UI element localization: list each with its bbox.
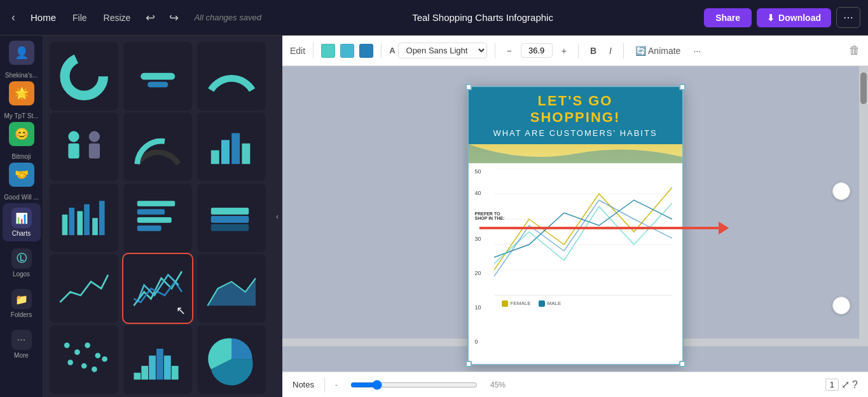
sidebar-item-goodwill[interactable]: 🤝 Good Will ... — [3, 163, 41, 201]
help-button[interactable]: ? — [852, 379, 858, 391]
back-button[interactable]: ‹ — [8, 8, 19, 27]
line-chart-svg: Item 1 Item 2 Item 3 Item 4 Item 5 — [494, 168, 672, 295]
panel-item-stacked[interactable] — [197, 184, 266, 252]
panel-item-histogram[interactable] — [123, 325, 192, 394]
charts-icon: 📊 — [11, 208, 32, 228]
panel-item-people[interactable] — [50, 112, 118, 181]
color-swatch-1[interactable] — [321, 44, 335, 58]
font-size-input[interactable]: 36.9 — [521, 43, 553, 58]
home-button[interactable]: Home — [25, 10, 61, 25]
italic-button[interactable]: I — [605, 44, 616, 58]
y-axis-labels: 50 40 PREFER TO SHOP IN THE: 30 20 10 0 — [475, 168, 513, 345]
chart-content: 50 40 PREFER TO SHOP IN THE: 30 20 10 0 — [469, 163, 682, 307]
svg-rect-12 — [69, 208, 74, 235]
svg-rect-19 — [137, 217, 172, 223]
svg-point-29 — [67, 360, 73, 366]
sidebar-label-charts: Charts — [12, 230, 31, 237]
top-bar-right: Share ⬇ Download ⋯ — [704, 7, 860, 28]
animate-button[interactable]: 🔄 Animate — [631, 44, 684, 58]
svg-point-25 — [64, 343, 70, 349]
selection-handle-tl[interactable] — [465, 84, 472, 90]
more-format-btn[interactable]: ··· — [689, 44, 705, 58]
font-size-decrease[interactable]: − — [503, 44, 516, 58]
svg-rect-8 — [221, 140, 230, 165]
rotate-button[interactable]: ↺ — [832, 182, 850, 200]
more-options-button[interactable]: ⋯ — [836, 7, 860, 28]
selection-handle-bl[interactable] — [465, 361, 472, 367]
page-number: 1 — [825, 379, 839, 391]
sidebar-item-profile1[interactable]: 👤 Shekina's... — [3, 41, 41, 79]
sidebar-item-charts[interactable]: 📊 Charts — [3, 203, 41, 241]
sidebar-item-bitmoji[interactable]: 😊 Bitmoji — [3, 122, 41, 160]
folders-icon: 📁 — [11, 289, 32, 309]
download-button[interactable]: ⬇ Download — [757, 8, 831, 27]
svg-rect-35 — [149, 356, 156, 380]
canvas-area: ↺ ↻ LET'S GO SHOPPING! WHAT ARE CUSTOMER… — [282, 66, 868, 372]
scrollbar-thumb-v[interactable] — [860, 72, 867, 104]
panel-item-donut[interactable] — [50, 42, 118, 111]
sidebar-label-profile2: My TpT St... — [4, 112, 38, 119]
panel-collapse-handle[interactable]: ‹ — [272, 36, 282, 397]
sep5 — [623, 43, 624, 58]
panel-item-multi-bar[interactable] — [50, 184, 118, 252]
font-selector[interactable]: Open Sans Light — [398, 43, 487, 58]
left-sidebar: 👤 Shekina's... 🌟 My TpT St... 😊 Bitmoji … — [0, 36, 43, 397]
bold-button[interactable]: B — [586, 44, 600, 58]
y-label-0: 0 — [475, 339, 513, 345]
sidebar-item-profile2[interactable]: 🌟 My TpT St... — [3, 81, 41, 119]
color-swatch-2[interactable] — [340, 44, 354, 58]
svg-rect-37 — [164, 356, 171, 380]
wave-section — [469, 144, 682, 163]
panel-item-arc[interactable] — [197, 42, 266, 111]
file-button[interactable]: File — [67, 10, 92, 25]
color-swatch-3[interactable] — [359, 44, 373, 58]
legend-label-female: FEMALE — [511, 300, 531, 306]
selection-handle-br[interactable] — [679, 361, 685, 367]
svg-point-32 — [102, 356, 107, 362]
svg-rect-23 — [211, 224, 249, 231]
font-size-increase[interactable]: + — [558, 44, 570, 58]
svg-rect-21 — [211, 208, 249, 215]
canvas-document: LET'S GO SHOPPING! WHAT ARE CUSTOMERS' H… — [467, 86, 684, 365]
resize-button[interactable]: Resize — [99, 10, 136, 25]
panel-item-line-selected[interactable]: ↖ — [123, 254, 192, 323]
svg-rect-1 — [141, 73, 175, 80]
selection-handle-tr[interactable] — [679, 84, 685, 90]
doc-title1: LET'S GO — [538, 93, 613, 109]
arrow-indicator — [479, 227, 721, 229]
sidebar-label-logos: Logos — [13, 271, 30, 278]
sidebar-item-more[interactable]: ··· More — [3, 325, 41, 363]
avatar-profile2: 🌟 — [9, 81, 34, 105]
svg-rect-4 — [68, 144, 79, 159]
redo-button[interactable]: ↪ — [165, 8, 183, 27]
sidebar-label-goodwill: Good Will ... — [4, 194, 38, 201]
panel-item-bar[interactable] — [197, 112, 266, 181]
svg-point-31 — [92, 367, 97, 372]
panel-item-line1[interactable] — [50, 254, 118, 323]
panel-item-dot-grid[interactable] — [50, 325, 118, 394]
panel-item-area[interactable] — [197, 254, 266, 323]
sidebar-item-folders[interactable]: 📁 Folders — [3, 285, 41, 323]
sep2 — [381, 43, 382, 58]
fullscreen-button[interactable]: ⤢ — [841, 379, 850, 391]
sync-button[interactable]: ↻ — [832, 297, 850, 314]
undo-button[interactable]: ↩ — [142, 8, 159, 27]
panel-item-horizontal-bar[interactable] — [123, 184, 192, 252]
svg-rect-17 — [137, 201, 175, 206]
sidebar-item-logos[interactable]: Ⓛ Logos — [3, 244, 41, 282]
share-button[interactable]: Share — [704, 8, 752, 27]
vertical-scrollbar[interactable] — [859, 66, 868, 346]
svg-rect-22 — [211, 216, 249, 223]
legend-male: MALE — [539, 300, 561, 307]
sep3 — [495, 43, 495, 58]
format-toolbar: Edit A Open Sans Light − 36.9 + B I 🔄 An — [282, 36, 868, 66]
top-bar-left: ‹ Home File Resize ↩ ↪ All changes saved — [8, 8, 261, 27]
chart-legend: FEMALE MALE — [494, 300, 676, 307]
panel-item-dash[interactable] — [123, 42, 192, 111]
y-label-40: 40 — [475, 190, 513, 196]
zoom-slider[interactable] — [350, 380, 478, 390]
panel-item-pie[interactable] — [197, 325, 266, 394]
panel-item-gauge[interactable] — [123, 112, 192, 181]
delete-button[interactable]: 🗑 — [849, 44, 860, 57]
zoom-control: - 45% — [335, 380, 818, 390]
